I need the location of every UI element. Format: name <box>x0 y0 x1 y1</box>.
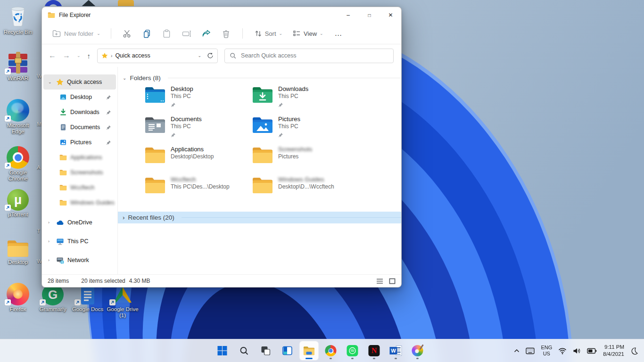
folders-group-label: Folders (8) <box>130 74 160 82</box>
view-button[interactable]: View ⌄ <box>289 26 327 41</box>
chrome-button[interactable] <box>321 341 340 360</box>
recent-locations-button[interactable]: ⌄ <box>77 53 81 58</box>
folder-tile-desktop[interactable]: Desktop This PC <box>144 85 252 115</box>
folder-tile-applications[interactable]: Applications Desktop\Desktop <box>144 146 252 176</box>
sidebar-item-quick-access[interactable]: ⌄ Quick access <box>43 74 116 90</box>
folder-tile[interactable]: Windows Guides Desktop\D...\Wccftech <box>252 176 359 206</box>
address-dropdown-chevron[interactable]: ⌄ <box>198 53 202 58</box>
copy-button[interactable] <box>139 26 156 41</box>
new-folder-button[interactable]: New folder ⌄ <box>50 30 103 37</box>
more-options-button[interactable]: … <box>330 29 347 38</box>
cut-button[interactable] <box>119 26 136 41</box>
paint-button[interactable] <box>408 341 427 360</box>
recycle-bin-icon <box>1 3 35 28</box>
search-icon <box>230 52 236 59</box>
desktop-icon-microsoft-edge[interactable]: Microsoft Edge <box>1 94 35 135</box>
address-bar[interactable]: › Quick access ⌄ <box>97 49 218 63</box>
pin-icon <box>106 140 111 145</box>
sidebar-item-onedrive[interactable]: › OneDrive <box>43 213 116 232</box>
sidebar-item-folder[interactable]: Windows Guides <box>43 195 116 210</box>
word-button[interactable]: W <box>386 341 405 360</box>
refresh-icon[interactable] <box>207 52 214 59</box>
rename-button[interactable] <box>178 26 195 41</box>
wifi-icon[interactable] <box>558 347 567 354</box>
folder-location: This PC <box>278 93 308 99</box>
sidebar-item-label: OneDrive <box>67 219 92 226</box>
breadcrumb-location[interactable]: Quick access <box>115 52 150 59</box>
folder-location: This PC\Des...\Desktop <box>171 183 230 190</box>
up-button[interactable]: ↑ <box>87 52 91 60</box>
sidebar-item-downloads[interactable]: Downloads <box>43 105 116 120</box>
firefox-icon <box>1 279 35 305</box>
folder-tile[interactable]: Screenshots Pictures <box>252 146 359 176</box>
folder-icon <box>144 146 166 165</box>
hidden-icons-chevron[interactable] <box>514 349 520 353</box>
spotify-button[interactable] <box>343 341 362 360</box>
running-app-indicator <box>416 358 419 359</box>
sidebar-item-label: Applications <box>70 154 102 161</box>
folders-group-header[interactable]: ⌄ Folders (8) <box>118 67 401 84</box>
large-icons-view-icon[interactable] <box>389 278 396 284</box>
search-input[interactable] <box>240 52 388 59</box>
sidebar-item-this-pc[interactable]: › This PC <box>43 232 116 251</box>
sidebar-item-documents[interactable]: Documents <box>43 120 116 135</box>
volume-icon[interactable] <box>573 347 581 354</box>
chevron-down-icon: ⌄ <box>97 31 100 36</box>
desktop-icon-firefox[interactable]: Firefox <box>1 279 35 313</box>
sidebar-item-folder[interactable]: Wccftech <box>43 180 116 195</box>
chevron-right-icon[interactable]: › <box>123 214 125 221</box>
chevron-right-icon[interactable]: › <box>48 220 53 225</box>
netflix-button[interactable]: N <box>364 341 383 360</box>
widgets-button[interactable] <box>278 341 297 360</box>
desktop-icon-recycle-bin[interactable]: Recycle Bin <box>1 3 35 35</box>
sort-button[interactable]: Sort ⌄ <box>250 26 286 41</box>
content-pane: ⌄ Folders (8) <box>117 67 401 274</box>
folder-name: Documents <box>171 115 202 123</box>
folder-location: Pictures <box>278 153 312 160</box>
back-button[interactable]: ← <box>49 51 56 60</box>
desktop-icon-winrar[interactable]: WinRAR <box>1 49 35 82</box>
delete-button[interactable] <box>218 26 235 41</box>
clock[interactable]: 9:11 PM 8/4/2021 <box>603 344 624 358</box>
forward-button[interactable]: → <box>63 51 70 60</box>
folder-tile[interactable]: Wccftech This PC\Des...\Desktop <box>144 176 252 206</box>
toolbar-divider <box>242 28 243 39</box>
desktop-icon-desktop-folder[interactable]: Desktop <box>1 233 35 265</box>
sidebar-item-desktop[interactable]: Desktop <box>43 90 116 105</box>
folder-tile-downloads[interactable]: Downloads This PC <box>252 85 359 115</box>
file-explorer-icon <box>303 346 315 356</box>
desktop-icon-utorrent[interactable]: µ µTorrent <box>1 185 35 218</box>
sidebar-item-folder[interactable]: Screenshots <box>43 165 116 180</box>
chevron-right-icon[interactable]: › <box>48 239 53 244</box>
downloads-folder-icon <box>252 85 273 104</box>
sidebar-item-network[interactable]: › Network <box>43 251 116 270</box>
folder-tile-documents[interactable]: Documents This PC <box>144 115 252 146</box>
touch-keyboard-icon[interactable] <box>526 347 535 354</box>
paste-button[interactable] <box>158 26 175 41</box>
maximize-button[interactable]: □ <box>359 7 380 23</box>
window-titlebar[interactable]: File Explorer – □ ✕ <box>42 7 401 23</box>
task-view-button[interactable] <box>256 341 275 360</box>
language-indicator[interactable]: ENG US <box>541 345 552 356</box>
search-box[interactable] <box>224 49 394 63</box>
recent-files-group-header[interactable]: › Recent files (20) <box>118 212 401 223</box>
details-view-icon[interactable] <box>376 278 383 284</box>
chevron-down-icon[interactable]: ⌄ <box>48 80 53 84</box>
battery-icon[interactable] <box>587 348 597 354</box>
share-button[interactable] <box>198 26 215 41</box>
shortcut-arrow-icon <box>5 115 11 122</box>
chevron-down-icon[interactable]: ⌄ <box>123 75 126 81</box>
minimize-button[interactable]: – <box>338 7 359 23</box>
start-button[interactable] <box>213 341 231 360</box>
search-button[interactable] <box>234 341 253 360</box>
file-explorer-button[interactable] <box>299 341 318 360</box>
sidebar-item-pictures[interactable]: Pictures <box>43 135 116 150</box>
navigation-pane: ⌄ Quick access Desktop <box>42 67 117 274</box>
folder-tile-pictures[interactable]: Pictures This PC <box>252 115 359 146</box>
desktop-icon-google-chrome[interactable]: Google Chrome <box>1 141 35 182</box>
status-bar: 28 items 20 items selected 4.30 MB <box>42 274 401 287</box>
close-button[interactable]: ✕ <box>380 7 401 23</box>
focus-assist-moon-icon[interactable] <box>630 347 638 355</box>
chevron-right-icon[interactable]: › <box>48 258 53 263</box>
sidebar-item-folder[interactable]: Applications <box>43 150 116 165</box>
